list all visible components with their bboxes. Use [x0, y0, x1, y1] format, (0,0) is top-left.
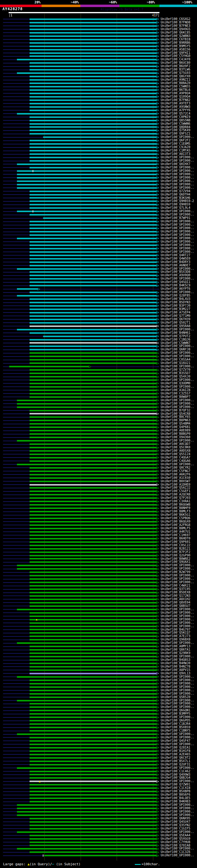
hit-direction-arrow-inner — [157, 673, 158, 674]
scale-unit-dash — [135, 864, 141, 865]
hit-bar — [30, 740, 156, 742]
hit-direction-arrow-inner — [157, 370, 158, 371]
hit-direction-arrow-inner — [157, 272, 158, 273]
hit-bar — [30, 484, 156, 486]
hit-bar — [30, 541, 156, 543]
hit-direction-arrow-inner — [157, 626, 158, 627]
hit-direction-arrow-inner — [157, 524, 158, 526]
hit-direction-arrow-inner — [157, 322, 158, 323]
hit-bar — [30, 639, 156, 641]
hit-direction-arrow-inner — [157, 160, 158, 162]
hit-bar — [30, 312, 156, 313]
hit-bar — [30, 578, 156, 580]
hit-label: UniRef100_UPI000.. — [161, 328, 194, 331]
hit-bar — [30, 636, 156, 637]
hit-bar — [17, 734, 156, 735]
hit-label: UniRef100_UPI000.. — [161, 186, 194, 190]
hit-direction-arrow-inner — [157, 437, 158, 438]
hit-direction-arrow-inner — [157, 845, 158, 846]
hit-direction-arrow-inner — [157, 811, 158, 812]
hit-direction-arrow-inner — [157, 201, 158, 202]
hit-bar — [30, 278, 156, 280]
hit-bar — [30, 29, 156, 30]
hit-bar — [30, 194, 156, 195]
hit-bar — [17, 329, 156, 331]
hit-label: UniRef100_UPI000.. — [161, 689, 194, 692]
alignment-row: UniRef100_A6NDE7 — [0, 264, 197, 267]
hit-label: UniRef100_UPI000.. — [161, 621, 194, 625]
hit-direction-arrow-inner — [157, 363, 158, 364]
hit-direction-arrow-inner — [157, 740, 158, 741]
hit-label: UniRef100_UPI000.. — [161, 692, 194, 695]
hit-label: UniRef100_Q6DTH4 — [161, 193, 190, 196]
hit-bar — [30, 285, 156, 286]
hit-bar — [44, 855, 156, 856]
hit-direction-arrow-inner — [157, 707, 158, 708]
scale-label-40: ~40% — [71, 0, 79, 4]
hit-direction-arrow-inner — [157, 841, 158, 843]
hit-direction-arrow-inner — [157, 396, 158, 398]
hit-direction-arrow-inner — [157, 194, 158, 195]
hit-direction-arrow-inner — [157, 127, 158, 128]
hit-bar — [17, 400, 156, 401]
hit-direction-arrow-inner — [157, 427, 158, 428]
hit-direction-arrow-inner — [157, 157, 158, 158]
hit-direction-arrow-inner — [157, 464, 158, 465]
hit-label: UniRef100_Q4W5E0 — [161, 257, 190, 260]
hit-bar — [30, 713, 156, 715]
hit-bar — [30, 271, 156, 273]
hit-bar — [17, 187, 156, 189]
hit-direction-arrow-inner — [157, 639, 158, 641]
hit-bar — [17, 59, 156, 60]
hit-direction-arrow-inner — [157, 616, 158, 617]
hit-bar — [30, 423, 156, 425]
hit-bar — [30, 548, 156, 550]
hit-bar — [30, 275, 156, 276]
hit-direction-arrow-inner — [157, 541, 158, 542]
hit-direction-arrow-inner — [157, 76, 158, 77]
alignment-row: UniRef100_B9RRB6 — [0, 41, 197, 45]
hit-bar — [30, 258, 156, 259]
hit-bar — [30, 552, 156, 553]
identity-color-scale — [0, 5, 197, 7]
hit-bar — [30, 626, 156, 627]
hit-bar — [30, 747, 156, 748]
alignment-row: UniRef100_B0XSW7 — [0, 480, 197, 483]
ruler-start-label: |1 — [9, 13, 12, 17]
hit-bar — [30, 693, 156, 695]
hit-direction-arrow-inner — [157, 653, 158, 654]
hit-bar — [30, 204, 156, 206]
hit-direction-arrow-inner — [89, 366, 91, 367]
alignment-row: UniRef100_Q2UF31 — [0, 763, 197, 766]
hit-direction-arrow-inner — [157, 39, 158, 40]
hit-direction-arrow-inner — [157, 774, 158, 775]
hit-direction-arrow-inner — [157, 59, 158, 60]
hit-label: UniRef100_UPI000.. — [161, 625, 194, 628]
hit-bar — [17, 170, 156, 172]
hit-direction-arrow-inner — [157, 400, 158, 401]
hit-direction-arrow-inner — [157, 163, 158, 165]
hit-direction-arrow-inner — [157, 241, 158, 242]
hit-bar — [30, 649, 156, 651]
hit-direction-arrow-inner — [157, 818, 158, 819]
hit-direction-arrow-inner — [157, 649, 158, 651]
hit-label: UniRef100_Q8S5N8 — [161, 119, 190, 122]
hit-bar — [17, 700, 156, 702]
hit-bar — [17, 565, 156, 566]
hit-direction-arrow-inner — [157, 629, 158, 630]
hit-direction-arrow-inner — [157, 393, 158, 394]
alignment-row: UniRef100_B5X7L1 — [0, 760, 197, 763]
hit-direction-arrow-inner — [157, 197, 158, 198]
hit-direction-arrow-inner — [157, 315, 158, 316]
hit-bar — [30, 93, 156, 94]
hit-direction-arrow-inner — [157, 659, 158, 661]
hit-direction-arrow-inner — [157, 717, 158, 718]
alignment-row: UniRef100_Q4W5E0 — [0, 257, 197, 260]
hit-direction-arrow-inner — [157, 211, 158, 212]
hit-bar — [30, 99, 156, 101]
hit-bar — [30, 474, 156, 475]
hit-direction-arrow-inner — [157, 309, 158, 310]
hit-label: UniRef100_B7QF32 — [161, 409, 190, 412]
hit-direction-arrow-inner — [157, 606, 158, 607]
hit-bar — [30, 582, 156, 583]
